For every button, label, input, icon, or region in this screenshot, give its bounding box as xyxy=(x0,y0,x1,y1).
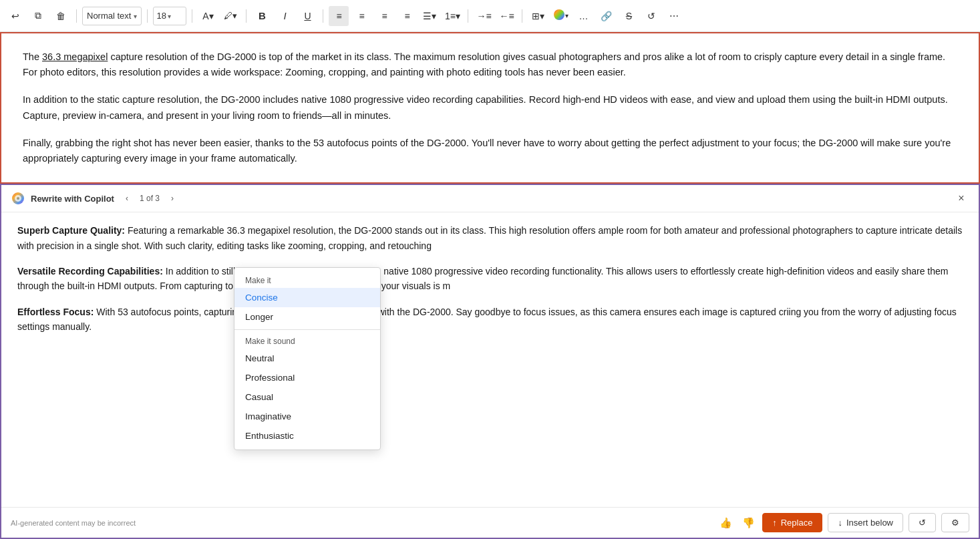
font-size-chevron-icon xyxy=(168,12,171,20)
divider-1 xyxy=(76,9,77,23)
context-menu: Make it Concise Longer Make it sound Neu… xyxy=(234,267,381,450)
overflow-button[interactable]: ⋯ xyxy=(664,6,684,26)
link-icon: 🔗 xyxy=(601,11,612,21)
bullet-list-button[interactable]: ☰▾ xyxy=(420,6,440,26)
outdent-icon: ←≡ xyxy=(499,11,514,21)
menu-item-longer[interactable]: Longer xyxy=(234,307,380,327)
font-color-icon: A▾ xyxy=(202,11,213,21)
copy-button[interactable]: ⧉ xyxy=(28,6,48,26)
strikethrough-button[interactable]: S xyxy=(619,6,639,26)
copilot-title: Rewrite with Copilot xyxy=(31,194,114,204)
extra-icon: ↺ xyxy=(647,11,655,21)
insert-below-icon: ↓ xyxy=(838,518,842,528)
align-right-button[interactable]: ≡ xyxy=(374,6,394,26)
copilot-footer: AI-generated content may be incorrect 👍 … xyxy=(1,507,979,538)
svg-point-0 xyxy=(554,9,564,20)
underline-button[interactable]: U xyxy=(297,6,317,26)
font-color-button[interactable]: A▾ xyxy=(198,6,218,26)
regenerate-button[interactable]: ↺ xyxy=(909,513,936,532)
section-1-title: Superb Capture Quality: xyxy=(17,225,125,236)
more-options-icon: … xyxy=(579,11,588,21)
menu-item-casual[interactable]: Casual xyxy=(234,387,380,407)
italic-icon: I xyxy=(283,10,286,21)
style-chevron-icon xyxy=(134,12,137,20)
align-center-button[interactable]: ≡ xyxy=(329,6,349,26)
main-area: The 36.3 megapixel capture resolution of… xyxy=(0,32,980,539)
copilot-toolbar-chevron: ▾ xyxy=(565,12,568,19)
font-size-value: 18 xyxy=(156,11,166,21)
menu-item-enthusiastic[interactable]: Enthusiastic xyxy=(234,426,380,445)
delete-icon: 🗑 xyxy=(56,11,65,21)
settings-button[interactable]: ⚙ xyxy=(941,513,969,532)
align-left-button[interactable]: ≡ xyxy=(351,6,371,26)
next-arrow-icon: › xyxy=(171,194,174,203)
menu-item-professional[interactable]: Professional xyxy=(234,368,380,387)
thumbs-down-button[interactable]: 👎 xyxy=(740,514,757,532)
copilot-header: Rewrite with Copilot ‹ 1 of 3 › × xyxy=(1,185,979,212)
align-left-icon: ≡ xyxy=(359,11,364,21)
doc-paragraph-1: The 36.3 megapixel capture resolution of… xyxy=(23,49,957,80)
menu-item-concise[interactable]: Concise xyxy=(234,288,380,307)
section-2-title: Versatile Recording Capabilities: xyxy=(17,266,163,277)
divider-5 xyxy=(323,9,323,23)
align-justify-button[interactable]: ≡ xyxy=(397,6,417,26)
bullet-list-icon: ☰▾ xyxy=(423,11,436,21)
copilot-section-2: Versatile Recording Capabilities: In add… xyxy=(17,264,963,294)
copy-icon: ⧉ xyxy=(35,10,41,21)
main-toolbar: ↩ ⧉ 🗑 Normal text 18 A▾ 🖊▾ B I U ≡ xyxy=(0,0,980,32)
style-label: Normal text xyxy=(87,11,131,21)
ai-disclaimer: AI-generated content may be incorrect xyxy=(11,519,711,527)
highlight-button[interactable]: 🖊▾ xyxy=(220,6,240,26)
overflow-icon: ⋯ xyxy=(669,11,679,21)
indent-icon: →≡ xyxy=(476,11,491,21)
underline-icon: U xyxy=(304,11,311,21)
svg-point-3 xyxy=(17,197,19,200)
copilot-prev-button[interactable]: ‹ xyxy=(120,191,134,206)
divider-2 xyxy=(147,9,148,23)
replace-label: Replace xyxy=(781,518,813,528)
more-options-button[interactable]: … xyxy=(573,6,593,26)
replace-button[interactable]: ↑ Replace xyxy=(762,513,822,532)
copilot-close-button[interactable]: × xyxy=(953,190,969,206)
section-3-text: With 53 autofocus points, capturing the … xyxy=(94,307,788,317)
copilot-next-button[interactable]: › xyxy=(165,191,180,206)
copilot-section-1: Superb Capture Quality: Featuring a rema… xyxy=(17,223,963,253)
delete-button[interactable]: 🗑 xyxy=(51,6,71,26)
numbered-list-button[interactable]: 1≡▾ xyxy=(442,6,462,26)
prev-arrow-icon: ‹ xyxy=(126,194,128,203)
style-dropdown[interactable]: Normal text xyxy=(82,7,142,25)
thumbs-up-icon: 👍 xyxy=(719,517,732,529)
settings-icon: ⚙ xyxy=(951,518,959,528)
document-area: The 36.3 megapixel capture resolution of… xyxy=(0,32,980,184)
bold-button[interactable]: B xyxy=(252,6,272,26)
doc-paragraph-2: In addition to the static capture resolu… xyxy=(23,92,957,123)
undo-button[interactable]: ↩ xyxy=(5,6,25,26)
numbered-list-icon: 1≡▾ xyxy=(445,11,460,21)
indent-button[interactable]: →≡ xyxy=(474,6,494,26)
extra-button[interactable]: ↺ xyxy=(641,6,661,26)
close-icon: × xyxy=(958,192,964,204)
doc-paragraph-3: Finally, grabbing the right shot has nev… xyxy=(23,136,957,166)
table-icon: ⊞▾ xyxy=(532,11,544,21)
align-right-icon: ≡ xyxy=(381,11,387,21)
undo-icon: ↩ xyxy=(11,11,19,21)
regenerate-icon: ↺ xyxy=(919,518,926,528)
megapixel-link[interactable]: 36.3 megapixel xyxy=(42,51,108,62)
divider-6 xyxy=(468,9,468,23)
thumbs-up-button[interactable]: 👍 xyxy=(717,514,734,532)
thumbs-down-icon: 👎 xyxy=(742,517,755,529)
replace-icon: ↑ xyxy=(772,518,777,528)
menu-item-imaginative[interactable]: Imaginative xyxy=(234,407,380,426)
menu-separator-1 xyxy=(234,329,380,330)
font-size-dropdown[interactable]: 18 xyxy=(153,7,186,25)
menu-item-neutral[interactable]: Neutral xyxy=(234,349,380,368)
copilot-page-indicator: 1 of 3 xyxy=(140,194,160,203)
divider-4 xyxy=(246,9,247,23)
copilot-toolbar-button[interactable]: ▾ xyxy=(550,6,570,26)
link-button[interactable]: 🔗 xyxy=(596,6,616,26)
outdent-button[interactable]: ←≡ xyxy=(496,6,516,26)
bold-icon: B xyxy=(259,10,266,21)
insert-below-button[interactable]: ↓ Insert below xyxy=(828,513,903,532)
italic-button[interactable]: I xyxy=(275,6,295,26)
table-button[interactable]: ⊞▾ xyxy=(528,6,548,26)
